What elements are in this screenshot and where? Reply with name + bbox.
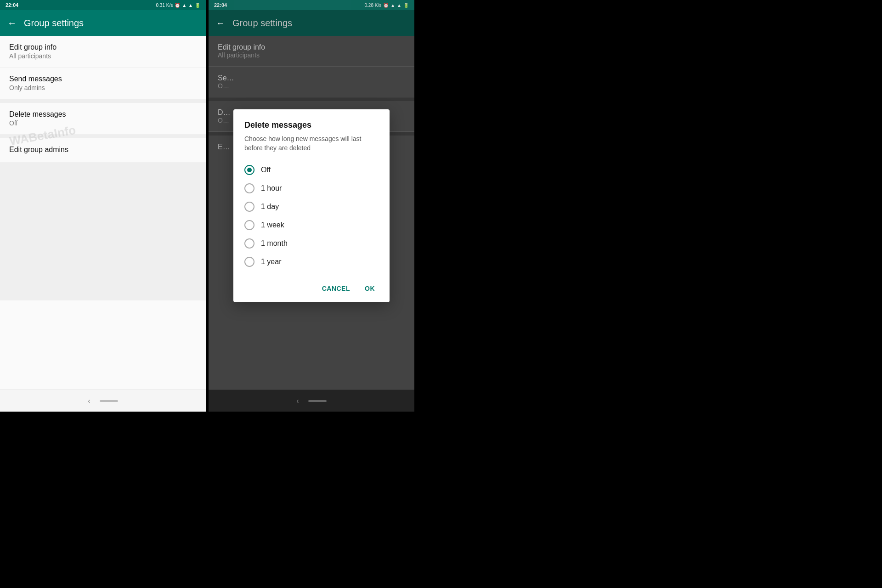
cancel-button[interactable]: CANCEL (318, 282, 354, 295)
settings-item-edit-admins[interactable]: Edit group admins (0, 138, 206, 163)
divider-1 (0, 99, 206, 103)
radio-circle-5 (244, 257, 254, 267)
radio-label-3: 1 week (261, 221, 284, 229)
signal-icon: ▲ (188, 3, 193, 8)
settings-item-title-edit-admins: Edit group admins (9, 146, 197, 154)
dialog-subtitle: Choose how long new messages will last b… (244, 135, 379, 153)
settings-item-title-delete-messages: Delete messages (9, 110, 197, 119)
settings-item-edit-group-info[interactable]: Edit group info All participants (0, 36, 206, 68)
left-nav-indicator (100, 400, 118, 402)
settings-item-subtitle-edit-group-info: All participants (9, 52, 197, 60)
left-empty-area: WABetaInfo (0, 163, 206, 300)
radio-circle-3 (244, 220, 254, 230)
left-phone-screen: 22:04 0.31 K/s ⏰ ▲ ▲ 🔋 ← Group settings … (0, 0, 206, 412)
radio-dot-0 (247, 168, 252, 172)
settings-item-delete-messages[interactable]: Delete messages Off (0, 103, 206, 135)
battery-icon: 🔋 (195, 3, 200, 8)
radio-circle-0 (244, 165, 254, 175)
radio-label-1: 1 hour (261, 184, 282, 192)
radio-option-1-year[interactable]: 1 year (244, 253, 379, 271)
dialog-actions: CANCEL OK (244, 278, 379, 295)
left-bottom-nav: ‹ (0, 390, 206, 412)
settings-item-subtitle-delete-messages: Off (9, 119, 197, 127)
radio-option-1-day[interactable]: 1 day (244, 198, 379, 216)
radio-circle-1 (244, 183, 254, 193)
radio-label-0: Off (261, 166, 271, 174)
left-network-speed: 0.31 K/s (156, 3, 173, 8)
left-nav-back-icon[interactable]: ‹ (88, 397, 90, 405)
delete-messages-dialog: Delete messages Choose how long new mess… (233, 109, 390, 302)
radio-label-2: 1 day (261, 203, 279, 211)
left-back-icon[interactable]: ← (7, 18, 17, 28)
radio-circle-4 (244, 238, 254, 249)
dialog-title: Delete messages (244, 120, 379, 130)
left-status-icons: 0.31 K/s ⏰ ▲ ▲ 🔋 (156, 3, 200, 8)
radio-option-1-week[interactable]: 1 week (244, 216, 379, 234)
radio-option-1-hour[interactable]: 1 hour (244, 179, 379, 198)
radio-options-container: Off1 hour1 day1 week1 month1 year (244, 161, 379, 271)
wifi-icon: ▲ (182, 3, 187, 8)
ok-button[interactable]: OK (361, 282, 379, 295)
dialog-overlay: Delete messages Choose how long new mess… (209, 0, 414, 412)
radio-option-1-month[interactable]: 1 month (244, 234, 379, 253)
left-app-bar-title: Group settings (24, 18, 84, 28)
radio-option-off[interactable]: Off (244, 161, 379, 179)
right-phone-screen: 22:04 0.28 K/s ⏰ ▲ ▲ 🔋 ← Group settings … (209, 0, 414, 412)
radio-label-5: 1 year (261, 258, 281, 266)
left-status-bar: 22:04 0.31 K/s ⏰ ▲ ▲ 🔋 (0, 0, 206, 10)
left-settings-list: Edit group info All participants Send me… (0, 36, 206, 390)
radio-label-4: 1 month (261, 239, 288, 248)
settings-item-title-edit-group-info: Edit group info (9, 43, 197, 51)
settings-item-title-send-messages: Send messages (9, 75, 197, 83)
settings-item-subtitle-send-messages: Only admins (9, 84, 197, 91)
settings-item-send-messages[interactable]: Send messages Only admins (0, 68, 206, 99)
left-time: 22:04 (6, 2, 18, 8)
alarm-icon: ⏰ (175, 3, 180, 8)
radio-circle-2 (244, 202, 254, 212)
divider-2 (0, 135, 206, 138)
left-app-bar: ← Group settings (0, 10, 206, 36)
